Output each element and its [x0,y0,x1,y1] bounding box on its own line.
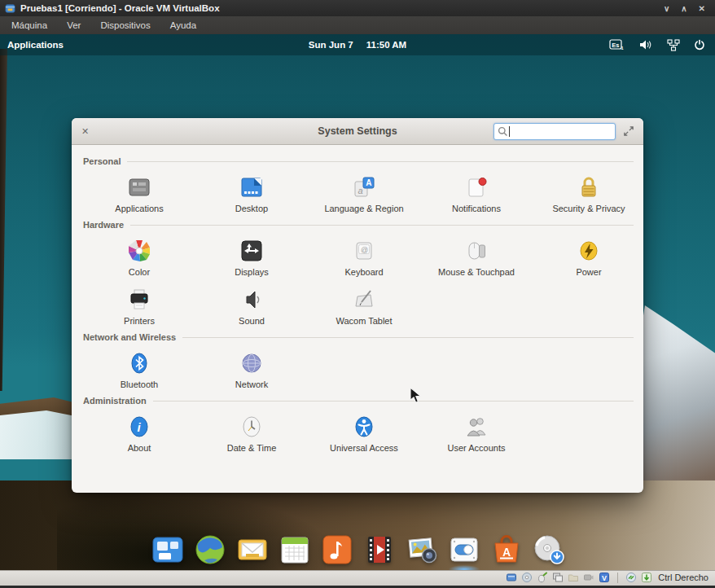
tile-label: Desktop [235,204,268,213]
svg-text:1: 1 [621,46,624,50]
keyboard-icon: @ [351,238,377,264]
settings-tile-printers[interactable]: Printers [83,287,195,326]
settings-tile-language-region[interactable]: aALanguage & Region [308,174,420,213]
keyboard-layout-indicator[interactable]: Es 1 [609,39,625,50]
tile-grid-personal: ApplicationsDesktopaALanguage & RegionNo… [83,174,635,213]
svg-text:V: V [602,574,607,582]
tile-label: Power [576,267,601,277]
panel-time: 11:50 AM [366,40,406,50]
dock-music[interactable] [320,533,354,567]
settings-header[interactable]: ✕ System Settings [72,118,643,145]
about-icon: i [126,414,152,440]
dock-system-settings[interactable] [447,533,481,567]
panel-datetime[interactable]: Sun Jun 7 11:50 AM [0,40,715,50]
settings-tile-mouse-touchpad[interactable]: Mouse & Touchpad [420,238,533,277]
video-capture-icon[interactable] [583,572,594,583]
menu-ayuda[interactable]: Ayuda [170,20,196,30]
section-header-network-and-wireless: Network and Wireless [83,332,634,342]
desktop-icon [239,174,265,200]
dock-installer[interactable] [532,533,566,567]
svg-text:A: A [366,178,371,187]
maximize-window-icon[interactable] [624,126,634,136]
settings-tile-about[interactable]: iAbout [83,414,195,453]
dock-photos[interactable] [405,533,439,567]
displays-icon [239,238,265,264]
settings-tile-desktop[interactable]: Desktop [195,174,308,213]
settings-search[interactable] [493,123,616,140]
svg-text:Es: Es [612,42,619,49]
settings-tile-user-accounts[interactable]: User Accounts [420,414,533,453]
menu-ver[interactable]: Ver [67,20,81,30]
search-input[interactable] [510,126,599,136]
settings-tile-security-privacy[interactable]: Security & Privacy [533,174,645,213]
vbox-statusbar: VCtrl Derecho [0,570,715,588]
universal-access-icon [351,414,377,440]
display-windows-icon[interactable] [552,572,564,583]
network-icon[interactable] [667,39,680,51]
color-icon [126,238,152,264]
menu-dispositivos[interactable]: Dispositivos [100,20,150,30]
network-activity-icon[interactable] [625,572,637,583]
settings-tile-wacom-tablet[interactable]: Wacom Tablet [308,287,420,326]
window-close-icon[interactable]: ✕ [81,126,94,137]
power-icon [576,238,602,264]
tile-label: Bluetooth [121,380,158,389]
settings-tile-notifications[interactable]: Notifications [420,174,533,213]
security-privacy-icon [576,174,602,200]
minimize-icon[interactable]: ∨ [664,4,669,13]
power-icon[interactable] [694,39,705,50]
tile-label: Keyboard [344,267,383,277]
settings-tile-network[interactable]: Network [195,350,308,389]
settings-tile-bluetooth[interactable]: Bluetooth [83,350,195,389]
date-time-icon [239,414,265,440]
settings-tile-displays[interactable]: Displays [195,238,308,277]
section-header-personal: Personal [83,156,634,166]
settings-content: PersonalApplicationsDesktopaALanguage & … [72,145,643,453]
shared-folders-icon[interactable] [568,572,579,583]
settings-tile-power[interactable]: Power [533,238,645,277]
vbox-titlebar: Pruebas1 [Corriendo] - Oracle VM Virtual… [0,0,715,16]
vbox-features-icon[interactable]: V [599,572,610,583]
svg-text:A: A [502,546,511,559]
settings-tile-sound[interactable]: Sound [195,287,308,326]
usb-device-icon[interactable] [537,572,548,583]
user-accounts-icon [463,414,489,440]
vbox-window-title: Pruebas1 [Corriendo] - Oracle VM Virtual… [20,3,220,13]
vbox-menubar: MáquinaVerDispositivosAyuda [0,16,715,34]
dock-web-browser[interactable] [193,533,227,567]
tile-label: Universal Access [330,443,398,453]
settings-tile-color[interactable]: Color [83,238,195,277]
dock-multitasking[interactable] [151,533,185,567]
settings-tile-keyboard[interactable]: @Keyboard [308,238,420,277]
dock-mail[interactable] [235,533,270,567]
search-icon [498,126,508,137]
mouse-touchpad-icon [463,238,489,264]
settings-tile-date-time[interactable]: Date & Time [195,414,308,453]
applications-menu[interactable]: Applications [0,40,64,50]
hard-disk-icon[interactable] [506,572,517,583]
close-icon[interactable]: ✕ [699,4,705,13]
tile-label: Language & Region [324,204,403,213]
optical-disc-icon[interactable] [521,572,533,583]
tile-label: Security & Privacy [552,204,625,213]
wingpanel: Applications Sun Jun 7 11:50 AM Es 1 [0,34,715,55]
dock-videos[interactable] [362,533,397,567]
dock-appcenter[interactable]: A [489,533,524,567]
tile-label: Date & Time [227,443,277,453]
menu-m-quina[interactable]: Máquina [11,20,47,30]
applications-icon [126,174,152,200]
settings-tile-applications[interactable]: Applications [83,174,195,213]
dock-calendar[interactable] [278,533,312,567]
tile-label: Wacom Tablet [336,316,392,326]
printers-icon [126,287,152,313]
settings-tile-universal-access[interactable]: Universal Access [308,414,420,453]
panel-date: Sun Jun 7 [309,40,353,50]
mouse-cursor [410,387,422,404]
mouse-capture-icon[interactable] [641,572,652,583]
sound-icon [239,287,265,313]
tile-label: Notifications [452,204,501,213]
section-header-administration: Administration [83,396,634,406]
volume-icon[interactable] [638,39,653,50]
tile-label: About [128,443,151,453]
maximize-icon[interactable]: ∧ [681,4,686,13]
